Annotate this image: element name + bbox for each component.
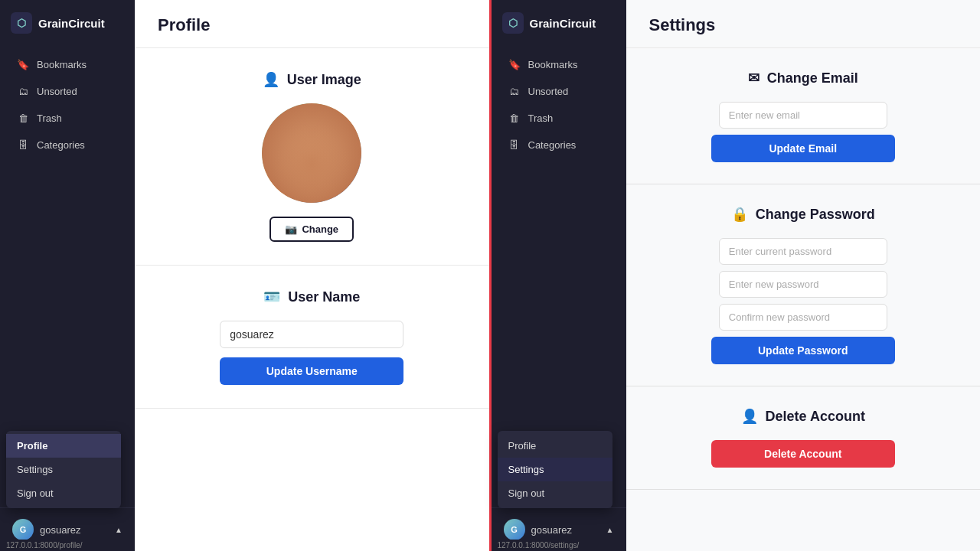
left-main-content: Profile 👤 User Image 📷 Change 🪪 User Nam… bbox=[135, 0, 489, 551]
change-password-section: 🔒 Change Password Update Password bbox=[626, 184, 981, 386]
delete-account-label: Delete Account bbox=[764, 448, 841, 460]
categories-icon: 🗄 bbox=[17, 139, 29, 151]
sidebar-item-label: Bookmarks bbox=[37, 59, 87, 70]
right-sidebar-item-trash[interactable]: 🗑 Trash bbox=[496, 106, 622, 131]
right-unsorted-icon: 🗂 bbox=[508, 86, 521, 97]
update-email-label: Update Email bbox=[769, 142, 837, 155]
right-user-avatar: G bbox=[504, 519, 525, 540]
right-popup-settings-item[interactable]: Settings bbox=[498, 458, 612, 481]
unsorted-icon: 🗂 bbox=[17, 86, 29, 97]
right-logo-icon: ⬡ bbox=[502, 12, 524, 34]
confirm-password-input[interactable] bbox=[719, 304, 887, 331]
camera-icon: 📷 bbox=[285, 223, 297, 235]
user-image-section: 👤 User Image 📷 Change bbox=[135, 48, 489, 266]
left-username-label: gosuarez bbox=[40, 524, 80, 536]
right-logo-text: GrainCircuit bbox=[530, 17, 596, 30]
update-username-button[interactable]: Update Username bbox=[220, 357, 403, 385]
right-url-bar: 127.0.0.1:8000/settings/ bbox=[492, 540, 626, 551]
right-sidebar-item-label: Categories bbox=[528, 139, 577, 151]
settings-main-content: Settings ✉ Change Email Update Email 🔒 C… bbox=[626, 0, 981, 551]
popup-settings-item[interactable]: Settings bbox=[6, 458, 121, 481]
user-image-title: 👤 User Image bbox=[263, 71, 361, 88]
sidebar-item-bookmarks[interactable]: 🔖 Bookmarks bbox=[5, 52, 130, 77]
delete-account-button[interactable]: Delete Account bbox=[711, 440, 895, 468]
left-url-bar: 127.0.0.1:8000/profile/ bbox=[0, 540, 135, 551]
bookmarks-icon: 🔖 bbox=[17, 59, 29, 70]
right-sidebar-item-unsorted[interactable]: 🗂 Unsorted bbox=[496, 79, 622, 104]
sidebar-item-trash[interactable]: 🗑 Trash bbox=[5, 106, 130, 131]
update-password-button[interactable]: Update Password bbox=[711, 337, 895, 364]
new-email-input[interactable] bbox=[719, 102, 887, 129]
delete-account-title: 👤 Delete Account bbox=[741, 408, 865, 425]
left-sidebar: ⬡ GrainCircuit 🔖 Bookmarks 🗂 Unsorted 🗑 … bbox=[0, 0, 135, 551]
trash-icon: 🗑 bbox=[17, 112, 29, 124]
right-sidebar-bottom: Profile Settings Sign out G gosuarez ▲ 1… bbox=[492, 507, 626, 551]
username-title-icon: 🪪 bbox=[263, 289, 280, 305]
change-email-title-text: Change Email bbox=[767, 70, 858, 86]
new-password-input[interactable] bbox=[719, 271, 887, 298]
logo-text: GrainCircuit bbox=[38, 17, 105, 30]
right-sidebar-item-label: Bookmarks bbox=[528, 59, 578, 70]
right-user-popup: Profile Settings Sign out bbox=[498, 431, 612, 508]
right-panel: ⬡ GrainCircuit 🔖 Bookmarks 🗂 Unsorted 🗑 … bbox=[492, 0, 981, 551]
user-image-title-icon: 👤 bbox=[263, 71, 279, 88]
user-avatar-image bbox=[262, 103, 361, 203]
update-email-button[interactable]: Update Email bbox=[711, 135, 895, 162]
change-email-section: ✉ Change Email Update Email bbox=[626, 48, 981, 184]
left-page-title: Profile bbox=[135, 0, 489, 48]
change-password-title-text: Change Password bbox=[756, 207, 875, 223]
email-icon: ✉ bbox=[748, 70, 760, 86]
left-user-popup: Profile Settings Sign out bbox=[6, 431, 121, 508]
settings-page-title: Settings bbox=[626, 0, 981, 48]
delete-user-icon: 👤 bbox=[741, 408, 758, 425]
username-title-text: User Name bbox=[288, 289, 360, 305]
change-password-title: 🔒 Change Password bbox=[731, 206, 875, 223]
right-sidebar-item-label: Unsorted bbox=[528, 86, 569, 97]
update-password-label: Update Password bbox=[758, 344, 848, 357]
popup-signout-item[interactable]: Sign out bbox=[6, 481, 121, 505]
right-bookmarks-icon: 🔖 bbox=[508, 59, 521, 70]
right-popup-profile-item[interactable]: Profile bbox=[498, 434, 612, 458]
left-panel: ⬡ GrainCircuit 🔖 Bookmarks 🗂 Unsorted 🗑 … bbox=[0, 0, 489, 551]
username-section: 🪪 User Name Update Username bbox=[135, 266, 489, 409]
delete-account-title-text: Delete Account bbox=[766, 409, 865, 425]
right-sidebar: ⬡ GrainCircuit 🔖 Bookmarks 🗂 Unsorted 🗑 … bbox=[492, 0, 626, 551]
right-popup-signout-item[interactable]: Sign out bbox=[498, 481, 612, 505]
username-title: 🪪 User Name bbox=[263, 289, 360, 305]
sidebar-item-label: Trash bbox=[37, 112, 62, 124]
right-logo: ⬡ GrainCircuit bbox=[492, 0, 626, 46]
delete-account-section: 👤 Delete Account Delete Account bbox=[626, 386, 981, 490]
right-chevron-icon: ▲ bbox=[606, 526, 614, 534]
right-username-label: gosuarez bbox=[531, 524, 572, 536]
left-chevron-icon: ▲ bbox=[115, 526, 122, 534]
change-avatar-button[interactable]: 📷 Change bbox=[270, 217, 354, 242]
left-logo: ⬡ GrainCircuit bbox=[0, 0, 135, 46]
update-username-label: Update Username bbox=[266, 365, 358, 377]
sidebar-item-label: Categories bbox=[37, 139, 85, 151]
sidebar-item-unsorted[interactable]: 🗂 Unsorted bbox=[5, 79, 130, 104]
sidebar-item-categories[interactable]: 🗄 Categories bbox=[5, 132, 130, 158]
popup-profile-item[interactable]: Profile bbox=[6, 434, 121, 458]
change-btn-label: Change bbox=[302, 223, 338, 235]
logo-icon: ⬡ bbox=[11, 12, 32, 34]
left-sidebar-bottom: Profile Settings Sign out G gosuarez ▲ 1… bbox=[0, 507, 135, 551]
left-user-avatar: G bbox=[12, 519, 34, 540]
right-trash-icon: 🗑 bbox=[508, 112, 521, 124]
current-password-input[interactable] bbox=[719, 238, 887, 265]
right-categories-icon: 🗄 bbox=[508, 139, 521, 151]
change-email-title: ✉ Change Email bbox=[748, 70, 858, 86]
right-sidebar-item-label: Trash bbox=[528, 112, 554, 124]
sidebar-item-label: Unsorted bbox=[37, 86, 77, 97]
right-sidebar-item-categories[interactable]: 🗄 Categories bbox=[496, 132, 622, 158]
avatar-face-sim bbox=[262, 103, 361, 203]
right-sidebar-item-bookmarks[interactable]: 🔖 Bookmarks bbox=[496, 52, 622, 77]
username-input[interactable] bbox=[220, 321, 403, 348]
lock-icon: 🔒 bbox=[731, 206, 748, 223]
user-image-title-text: User Image bbox=[287, 72, 361, 88]
